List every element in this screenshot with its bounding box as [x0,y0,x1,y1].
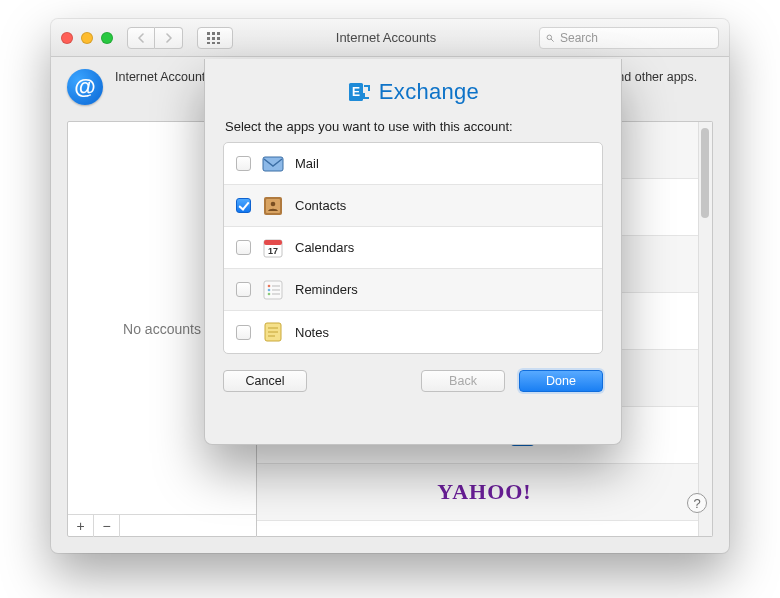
provider-row-yahoo[interactable]: YAHOO! [257,464,712,521]
exchange-setup-sheet: E Exchange Select the apps you want to u… [204,59,622,445]
svg-rect-8 [217,42,220,44]
checkbox-notes[interactable] [236,325,251,340]
app-label: Mail [295,156,319,171]
zoom-window-button[interactable] [101,32,113,44]
checkbox-reminders[interactable] [236,282,251,297]
svg-rect-4 [212,37,215,40]
app-label: Notes [295,325,329,340]
sidebar-footer: + − [68,514,256,536]
svg-point-23 [268,288,271,291]
svg-rect-13 [263,157,283,171]
scrollbar-track[interactable] [698,122,712,536]
app-row-reminders[interactable]: Reminders [224,269,602,311]
svg-rect-18 [264,240,282,245]
show-all-button[interactable] [197,27,233,49]
svg-point-16 [271,201,276,206]
svg-rect-7 [212,42,215,44]
app-row-contacts[interactable]: Contacts [224,185,602,227]
exchange-brand-text: Exchange [379,79,479,105]
app-label: Reminders [295,282,358,297]
svg-point-25 [268,292,271,295]
window-controls [61,32,113,44]
scrollbar-thumb[interactable] [701,128,709,218]
exchange-icon: E [347,80,371,104]
svg-text:17: 17 [268,246,278,256]
search-field[interactable] [539,27,719,49]
svg-text:E: E [352,85,360,99]
app-label: Contacts [295,198,346,213]
help-button[interactable]: ? [687,493,707,513]
checkbox-calendars[interactable] [236,240,251,255]
forward-button[interactable] [155,27,183,49]
svg-rect-2 [217,32,220,35]
sheet-button-row: Cancel Back Done [223,370,603,392]
add-account-button[interactable]: + [68,515,94,537]
back-button[interactable] [127,27,155,49]
calendar-app-icon: 17 [261,236,285,260]
sheet-prompt: Select the apps you want to use with thi… [225,119,601,134]
mail-app-icon [261,152,285,176]
app-row-calendars[interactable]: 17 Calendars [224,227,602,269]
svg-rect-6 [207,42,210,44]
svg-rect-3 [207,37,210,40]
back-step-button[interactable]: Back [421,370,505,392]
svg-rect-5 [217,37,220,40]
chevron-left-icon [137,33,146,43]
yahoo-logo: YAHOO! [437,479,531,505]
checkbox-mail[interactable] [236,156,251,171]
svg-point-21 [268,284,271,287]
checkbox-contacts[interactable] [236,198,251,213]
exchange-logo: E Exchange [223,79,603,105]
nav-buttons [127,27,183,49]
contacts-app-icon [261,194,285,218]
minimize-window-button[interactable] [81,32,93,44]
app-label: Calendars [295,240,354,255]
app-list: Mail Contacts 17 Calendars [223,142,603,354]
cancel-button[interactable]: Cancel [223,370,307,392]
preferences-window: Internet Accounts @ Internet Accounts se… [51,19,729,553]
window-title: Internet Accounts [241,30,531,45]
search-input[interactable] [558,30,712,46]
done-button[interactable]: Done [519,370,603,392]
reminders-app-icon [261,278,285,302]
notes-app-icon [261,320,285,344]
svg-rect-0 [207,32,210,35]
close-window-button[interactable] [61,32,73,44]
app-row-notes[interactable]: Notes [224,311,602,353]
chevron-right-icon [164,33,173,43]
svg-line-10 [551,39,553,41]
internet-accounts-icon: @ [67,69,103,105]
app-row-mail[interactable]: Mail [224,143,602,185]
titlebar: Internet Accounts [51,19,729,57]
remove-account-button[interactable]: − [94,515,120,537]
grid-icon [207,32,223,44]
svg-rect-1 [212,32,215,35]
search-icon [546,32,554,44]
